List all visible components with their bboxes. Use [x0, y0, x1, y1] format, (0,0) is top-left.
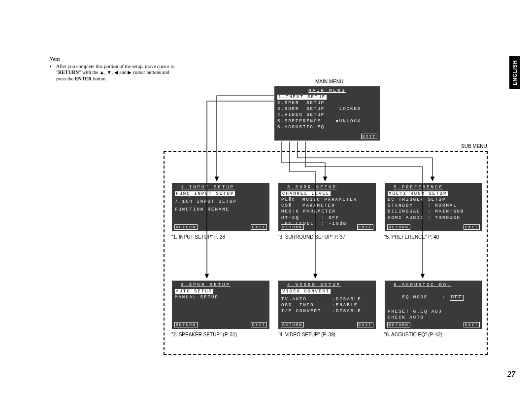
- osd-row: TV-AUTO :DISABLE: [281, 296, 373, 302]
- osd-acoustic-eq: 6.ACOUSTIC EQ. EQ.MODE : OFF PRESET G.EQ…: [384, 280, 483, 329]
- caption-acoustic-eq: "6. ACOUSTIC EQ" (P. 42): [384, 332, 442, 337]
- exit-button: EXIT: [251, 322, 267, 327]
- osd-row: 2.SPKR SETUP: [277, 100, 377, 106]
- osd-row: 3.SURR SETUP LOCKED: [277, 106, 377, 112]
- caption-speaker-setup: "2. SPEAKER SETUP" (P. 31): [171, 332, 237, 337]
- note-text: " with the: [79, 70, 100, 75]
- osd-row: HT-EQ : OFF: [281, 215, 373, 221]
- label-sub-menu: SUB MENU: [461, 144, 487, 149]
- label-main-menu: MAIN MENU: [315, 79, 343, 84]
- osd-speaker-setup: 2.SPKR SETUP AUTO SETUP MANUAL SETUP RET…: [171, 280, 270, 329]
- osd-row: DC TRIGGER SETUP: [388, 197, 479, 203]
- note-block: Note: After you complete this portion of…: [49, 56, 177, 82]
- osd-title: MAIN MENU: [277, 88, 377, 93]
- note-item: After you complete this portion of the s…: [56, 64, 177, 82]
- cursor-arrows-icon: ▲, ▼, ◀ and ▶: [100, 70, 132, 75]
- exit-button: EXIT: [464, 224, 480, 230]
- osd-preference: 5.PREFERENCE MULTI ROOM SETUP DC TRIGGER…: [384, 182, 483, 232]
- osd-row: I/P CONVERT :DISABLE: [281, 308, 373, 314]
- osd-row: 5.PREFERENCE ●UNLOCK: [277, 118, 377, 124]
- note-enter-word: ENTER: [75, 76, 92, 81]
- eq-mode-sep: :: [442, 295, 446, 300]
- osd-row: EQ.MODE : OFF: [388, 288, 479, 307]
- note-return-word: RETURN: [58, 70, 79, 75]
- return-button: RETURN: [281, 224, 304, 230]
- osd-main-menu: MAIN MENU 1.INPUT SETUP 2.SPKR SETUP 3.S…: [274, 86, 380, 141]
- eq-mode-value: OFF: [450, 295, 464, 301]
- osd-title: 5.PREFERENCE: [388, 185, 479, 190]
- exit-button: EXIT: [357, 224, 373, 230]
- caption-video-setup: "4. VIDEO SETUP" (P. 39): [278, 332, 335, 337]
- return-button: RETURN: [174, 322, 198, 327]
- osd-row: CHECK AUTO: [388, 315, 479, 321]
- osd-row: STANDBY : NORMAL: [388, 203, 479, 209]
- osd-row: PRESET G.EQ ADJ: [388, 309, 479, 315]
- osd-row: 4.VIDEO SETUP: [277, 112, 377, 118]
- osd-title: 4.VIDEO SETUP: [281, 283, 373, 287]
- osd-row: CSⅡ PARAMETER: [281, 203, 373, 209]
- exit-button: EXIT: [464, 322, 480, 327]
- caption-input-setup: "1. INPUT SETUP" P. 28: [171, 234, 225, 240]
- osd-title: 6.ACOUSTIC EQ.: [388, 283, 479, 287]
- osd-row-highlight: AUTO SETUP: [175, 289, 213, 294]
- osd-row-highlight: MULTI ROOM SETUP: [388, 191, 448, 196]
- return-button: RETURN: [174, 224, 198, 230]
- page-number: 27: [507, 370, 515, 379]
- exit-button: EXIT: [357, 322, 373, 327]
- osd-video-setup: 4.VIDEO SETUP VIDEO CONVERT TV-AUTO :DIS…: [278, 280, 376, 329]
- osd-row: PLⅡx MUSIC PARAMETER: [281, 197, 373, 203]
- osd-row: OSD INFO :ENABLE: [281, 302, 373, 308]
- eq-mode-key: EQ.MODE: [402, 295, 428, 300]
- osd-title: 1.INPUT SETUP: [175, 185, 266, 190]
- osd-title: 2.SPKR SETUP: [175, 283, 266, 287]
- osd-row: 6.ACOUSTIC EQ: [277, 124, 377, 130]
- caption-surround-setup: "3. SURROUND SETUP" P. 37: [278, 234, 345, 240]
- note-text: button.: [92, 76, 107, 81]
- osd-surround-setup: 3.SURR SETUP CHANNEL LEVEL PLⅡx MUSIC PA…: [278, 182, 376, 232]
- osd-title: 3.SURR SETUP: [281, 185, 373, 190]
- osd-row-highlight: 1.INPUT SETUP: [277, 95, 327, 100]
- osd-row: MANUAL SETUP: [175, 294, 266, 300]
- exit-button: EXIT: [251, 224, 267, 230]
- osd-row: BILINGUAL : MAIN+SUB: [388, 209, 479, 215]
- exit-button: EXIT: [361, 134, 377, 139]
- osd-row-highlight: CHANNEL LEVEL: [281, 191, 331, 196]
- osd-row-highlight: VIDEO CONVERT: [281, 289, 331, 294]
- language-tab: ENGLISH: [509, 56, 520, 89]
- return-button: RETURN: [281, 322, 304, 327]
- note-heading: Note:: [49, 56, 177, 63]
- osd-row: 7.1CH INPUT SETUP: [175, 199, 266, 205]
- osd-row: FUNCTION RENAME: [175, 207, 266, 213]
- return-button: RETURN: [387, 224, 410, 230]
- osd-row: NEO:6 PARAMETER: [281, 209, 373, 215]
- return-button: RETURN: [387, 322, 410, 327]
- osd-input-setup: 1.INPUT SETUP FUNC INPUT SETUP 7.1CH INP…: [171, 182, 270, 232]
- osd-row: HDMI AUDIO : THROUGH: [388, 215, 479, 221]
- caption-preference: "5. PREFERENCE" P. 40: [384, 234, 439, 240]
- osd-row-highlight: FUNC INPUT SETUP: [175, 191, 235, 196]
